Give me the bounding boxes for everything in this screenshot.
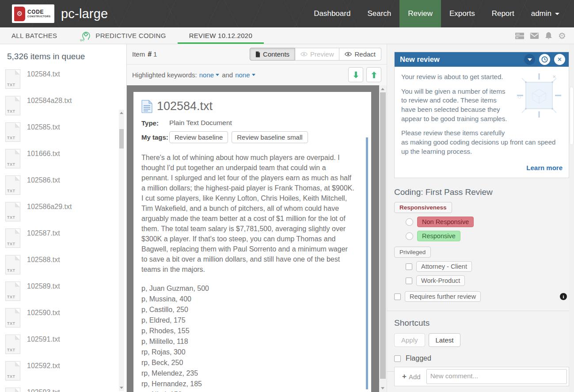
file-name: 102586a29.txt [27, 203, 72, 211]
next-hit-button[interactable] [348, 67, 363, 82]
info-icon[interactable]: i [560, 293, 567, 300]
txt-file-icon: TXT [5, 175, 20, 195]
document-icon [255, 51, 260, 57]
non-responsive-label[interactable]: Non Responsive [417, 217, 474, 227]
list-item[interactable]: TXT 102592.txt [5, 361, 126, 388]
item-label: Item [132, 50, 145, 58]
page-scroll-thumb[interactable] [570, 87, 574, 145]
bell-icon[interactable] [545, 32, 552, 40]
roster-line: p, Militello, 118 [141, 336, 361, 347]
new-review-header: New review ✕ [395, 52, 569, 67]
list-item[interactable]: TXT 102586a29.txt [5, 202, 126, 228]
roster-line: rp, Melendez, 235 [141, 368, 361, 379]
item-header-row: Item # 1 Contents Preview Redact [127, 44, 387, 65]
mail-icon[interactable] [530, 32, 539, 39]
file-ext-label: TXT [7, 83, 15, 87]
tag-review-baseline[interactable]: Review baseline [169, 131, 228, 143]
privileged-group-label[interactable]: Privileged [394, 247, 431, 258]
list-item[interactable]: TXT 102589.txt [5, 282, 126, 308]
tag-review-baseline-small[interactable]: Review baseline small [232, 131, 308, 143]
sidebar-scrollbar[interactable] [119, 110, 124, 391]
queue-icon[interactable] [515, 32, 524, 39]
new-comment-input[interactable] [426, 369, 567, 384]
keyword-select-1[interactable]: none [199, 71, 214, 79]
file-ext-label: TXT [7, 295, 15, 299]
section-divider [387, 311, 574, 311]
attorney-client-label[interactable]: Attorney - Client [416, 261, 472, 272]
viewer-scroll-thumb[interactable] [380, 92, 386, 379]
view-mode-buttons: Contents Preview Redact [250, 48, 381, 61]
new-review-title: New review [400, 55, 440, 64]
responsiveness-group-label[interactable]: Responsiveness [394, 202, 452, 213]
nav-item-search[interactable]: Search [359, 0, 399, 27]
scroll-down-icon[interactable] [381, 387, 384, 389]
work-product-label[interactable]: Work-Product [416, 275, 465, 286]
txt-file-icon: TXT [5, 228, 20, 248]
history-button[interactable] [539, 54, 550, 65]
document-roster: p, Juan Guzman, 500p, Mussina, 400p, Cas… [141, 283, 361, 392]
attorney-client-checkbox[interactable] [406, 263, 412, 270]
prev-hit-button[interactable] [366, 67, 381, 82]
file-ext-label: TXT [7, 109, 15, 114]
list-item[interactable]: TXT 102588.txt [5, 255, 126, 282]
item-number: 1 [153, 50, 157, 58]
coding-panel: New review ✕ [387, 44, 574, 392]
txt-file-icon: TXT [5, 282, 20, 301]
tab-review-current[interactable]: REVIEW 10.12.2020 [178, 27, 264, 44]
redact-button[interactable]: Redact [339, 48, 381, 61]
list-item[interactable]: TXT 102587.txt [5, 228, 126, 255]
collapse-button[interactable] [524, 54, 535, 65]
further-review-label[interactable]: Requires further review [405, 291, 481, 302]
file-ext-label: TXT [7, 268, 15, 273]
responsive-label[interactable]: Responsive [417, 231, 460, 241]
file-list: TXT 102584.txt TXT 102584a28.txt TXT 102… [0, 66, 126, 392]
list-item[interactable]: TXT 102590.txt [5, 308, 126, 335]
list-item[interactable]: TXT 102584a28.txt [5, 96, 126, 122]
page-scrollbar[interactable] [569, 44, 574, 392]
list-item[interactable]: TXT 102584.txt [5, 69, 126, 96]
list-item[interactable]: TXT 102586.txt [5, 175, 126, 202]
coding-heading: Coding: First Pass Review [394, 187, 567, 197]
scroll-up-icon[interactable] [120, 112, 123, 114]
txt-file-icon: TXT [5, 122, 20, 142]
work-product-checkbox[interactable] [406, 278, 412, 284]
nav-item-dashboard[interactable]: Dashboard [305, 0, 359, 27]
document-scroll-indicator[interactable] [366, 137, 368, 389]
list-item[interactable]: TXT 102585.txt [5, 122, 126, 149]
scroll-down-icon[interactable] [120, 387, 123, 389]
responsive-radio[interactable] [406, 232, 413, 240]
roster-line: p, Rhodes, 155 [141, 326, 361, 336]
file-name: 101666.txt [27, 150, 60, 158]
scroll-up-icon[interactable] [381, 88, 384, 90]
apply-button[interactable]: Apply [394, 333, 425, 347]
list-item[interactable]: TXT 102593.txt [5, 388, 126, 392]
tab-predictive-coding[interactable]: ipc PREDICTIVE CODING [68, 27, 177, 44]
clock-icon [541, 56, 548, 63]
keyword-select-2[interactable]: none [235, 71, 250, 79]
list-item[interactable]: TXT 101666.txt [5, 149, 126, 175]
user-menu[interactable]: admin [523, 0, 568, 27]
list-item[interactable]: TXT 102591.txt [5, 335, 126, 361]
keywords-label: Highlighted keywords: [132, 71, 197, 79]
viewer-scrollbar[interactable] [379, 85, 387, 392]
tab-all-batches[interactable]: ALL BATCHES [0, 27, 68, 44]
nav-item-review[interactable]: Review [399, 0, 441, 27]
gear-icon[interactable]: ⚙ [558, 31, 566, 40]
company-logo[interactable]: ⚙ CODE CONSTRUCTORS [12, 4, 54, 23]
non-responsive-radio[interactable] [406, 218, 413, 226]
nav-item-exports[interactable]: Exports [441, 0, 483, 27]
batch-tab-bar: ALL BATCHES ipc PREDICTIVE CODING REVIEW… [0, 27, 574, 44]
sidebar-scroll-thumb[interactable] [119, 129, 124, 148]
eye-icon [345, 52, 352, 57]
arrow-up-icon [371, 72, 377, 78]
learn-more-link[interactable]: Learn more [401, 162, 563, 173]
preview-button[interactable]: Preview [295, 48, 339, 61]
close-icon[interactable]: ✕ [554, 54, 565, 65]
contents-button[interactable]: Contents [250, 48, 295, 61]
nav-item-report[interactable]: Report [483, 0, 523, 27]
latest-button[interactable]: Latest [429, 333, 461, 347]
add-comment-button[interactable]: + Add [396, 372, 426, 381]
further-review-checkbox[interactable] [394, 293, 401, 300]
ipc-brain-icon: ipc [80, 30, 91, 42]
flagged-checkbox[interactable] [394, 355, 401, 362]
